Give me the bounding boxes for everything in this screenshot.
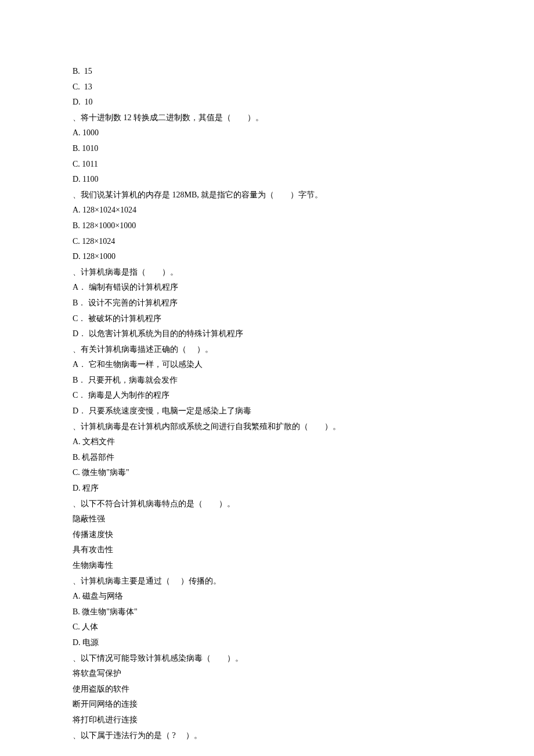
text-line: A. 128×1024×1024 <box>73 203 461 218</box>
text-line: C. 13 <box>73 80 461 95</box>
text-line: C． 被破坏的计算机程序 <box>73 311 461 327</box>
text-line: 、以下情况可能导致计算机感染病毒（ ）。 <box>73 651 461 667</box>
text-line: 、有关计算机病毒描述正确的（ ）。 <box>73 342 461 358</box>
text-line: 、计算机病毒是指（ ）。 <box>73 265 461 280</box>
text-line: B. 1010 <box>73 141 461 157</box>
text-line: 将软盘写保护 <box>73 666 461 682</box>
text-line: D. 电源 <box>73 635 461 651</box>
document-page: B. 15 C. 13 D. 10 、将十进制数 12 转换成二进制数，其值是（… <box>0 0 534 756</box>
text-line: B． 设计不完善的计算机程序 <box>73 296 461 311</box>
text-line: 将打印机进行连接 <box>73 712 461 728</box>
text-line: B. 15 <box>73 64 461 80</box>
text-line: 具有攻击性 <box>73 542 461 558</box>
text-line: B. 机器部件 <box>73 450 461 466</box>
text-line: C. 128×1024 <box>73 234 461 250</box>
text-line: D. 程序 <box>73 481 461 496</box>
text-line: 断开同网络的连接 <box>73 697 461 712</box>
text-line: D. 1100 <box>73 172 461 188</box>
text-line: 隐蔽性强 <box>73 512 461 527</box>
text-line: A． 它和生物病毒一样，可以感染人 <box>73 357 461 373</box>
text-line: 生物病毒性 <box>73 558 461 574</box>
text-line: D. 128×1000 <box>73 249 461 265</box>
text-line: A. 文档文件 <box>73 434 461 450</box>
text-line: 、计算机病毒主要是通过（ ）传播的。 <box>73 574 461 589</box>
text-line: A． 编制有错误的计算机程序 <box>73 280 461 296</box>
text-line: 、计算机病毒是在计算机内部或系统之间进行自我繁殖和扩散的（ ）。 <box>73 419 461 435</box>
text-line: 传播速度快 <box>73 527 461 543</box>
text-line: C. 1011 <box>73 157 461 172</box>
text-line: D． 只要系统速度变慢，电脑一定是感染上了病毒 <box>73 404 461 419</box>
text-line: 使用盗版的软件 <box>73 682 461 697</box>
text-line: D． 以危害计算机系统为目的的特殊计算机程序 <box>73 326 461 342</box>
text-line: 、将十进制数 12 转换成二进制数，其值是（ ）。 <box>73 110 461 126</box>
text-line: 、以下属于违法行为的是（ ? ）。 <box>73 728 461 744</box>
text-line: C． 病毒是人为制作的程序 <box>73 388 461 404</box>
text-line: B. 128×1000×1000 <box>73 218 461 234</box>
text-line: A. 磁盘与网络 <box>73 589 461 604</box>
text-line: B. 微生物"病毒体" <box>73 604 461 620</box>
text-line: 、以下不符合计算机病毒特点的是（ ）。 <box>73 496 461 512</box>
text-line: D. 10 <box>73 95 461 110</box>
text-line: A. 1000 <box>73 125 461 141</box>
text-line: B． 只要开机，病毒就会发作 <box>73 373 461 388</box>
text-line: C. 人体 <box>73 620 461 635</box>
text-line: C. 微生物"病毒" <box>73 465 461 481</box>
text-line: 、我们说某计算机的内存是 128MB, 就是指它的容量为（ ）字节。 <box>73 188 461 203</box>
